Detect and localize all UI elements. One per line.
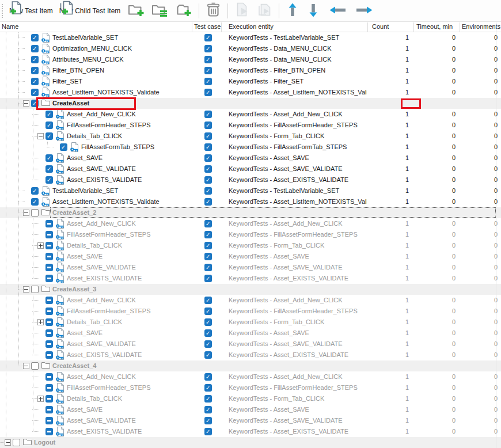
move-left-button[interactable] (328, 5, 348, 17)
column-divider[interactable] (221, 22, 222, 32)
row-fillassetformheader-steps[interactable]: FillAssetFormHeader_STEPSKeywordTests - … (0, 229, 501, 240)
row-asset-save[interactable]: Asset_SAVEKeywordTests - Asset_SAVE100 (0, 153, 501, 164)
expand-icon[interactable] (37, 242, 44, 249)
column-header-name[interactable]: Name (2, 23, 18, 30)
collapse-icon[interactable] (37, 133, 44, 139)
row-asset-add-new-click[interactable]: Asset_Add_New_CLICKKeywordTests - Asset_… (0, 109, 501, 120)
collapse-icon[interactable] (23, 100, 29, 107)
row-checkbox[interactable] (31, 286, 39, 293)
row-checkbox[interactable] (45, 253, 53, 260)
move-right-button[interactable] (354, 5, 374, 17)
row-checkbox[interactable] (45, 220, 53, 227)
collapse-icon[interactable] (23, 286, 29, 293)
testcase-checkbox[interactable] (204, 297, 212, 304)
testcase-checkbox[interactable] (204, 143, 212, 151)
row-asset-add-new-click[interactable]: Asset_Add_New_CLICKKeywordTests - Asset_… (0, 295, 501, 306)
row-checkbox[interactable] (45, 275, 53, 282)
column-header-test-case[interactable]: Test case (194, 23, 221, 30)
testcase-checkbox[interactable] (204, 406, 212, 413)
row-checkbox[interactable] (45, 318, 53, 326)
row-checkbox[interactable] (45, 165, 53, 173)
testcase-checkbox[interactable] (204, 67, 212, 74)
row-checkbox[interactable] (31, 78, 39, 85)
row-checkbox[interactable] (31, 34, 39, 41)
row-filter-btn-open[interactable]: Filter_BTN_OPENKeywordTests - Filter_BTN… (0, 65, 501, 76)
row-checkbox[interactable] (45, 122, 53, 129)
row-asset-save-validate[interactable]: Asset_SAVE_VALIDATEKeywordTests - Asset_… (0, 164, 501, 174)
testcase-checkbox[interactable] (204, 111, 212, 118)
testcase-checkbox[interactable] (204, 340, 212, 348)
expand-icon[interactable] (37, 319, 44, 325)
new-child-test-item-button[interactable]: New Child Test Item (57, 6, 124, 16)
new-group-button[interactable] (126, 2, 146, 20)
row-asset-exists-validate[interactable]: Asset_EXISTS_VALIDATEKeywordTests - Asse… (0, 273, 501, 284)
testcase-checkbox[interactable] (204, 253, 212, 260)
testcase-checkbox[interactable] (204, 428, 212, 435)
row-asset-exists-validate[interactable]: Asset_EXISTS_VALIDATEKeywordTests - Asse… (0, 174, 501, 185)
testcase-checkbox[interactable] (204, 45, 212, 52)
toolbar-grip[interactable] (2, 4, 3, 18)
row-fillassetformheader-steps[interactable]: FillAssetFormHeader_STEPSKeywordTests - … (0, 382, 501, 393)
row-optimization-menu-click[interactable]: Optimization_MENU_CLICKKeywordTests - Da… (0, 43, 501, 54)
new-child-group-button[interactable] (173, 2, 193, 20)
testcase-checkbox[interactable] (204, 132, 212, 140)
testcase-checkbox[interactable] (204, 78, 212, 85)
row-checkbox[interactable] (45, 428, 53, 435)
row-checkbox[interactable] (45, 395, 53, 403)
row-asset-listitem-notexists-validate[interactable]: Asset_ListItem_NOTEXISTS_ValidateKeyword… (0, 87, 501, 98)
testcase-checkbox[interactable] (204, 417, 212, 424)
row-asset-exists-validate[interactable]: Asset_EXISTS_VALIDATEKeywordTests - Asse… (0, 350, 501, 360)
row-checkbox[interactable] (31, 56, 39, 63)
move-up-button[interactable] (287, 2, 298, 20)
column-divider[interactable] (367, 22, 368, 32)
testcase-checkbox[interactable] (204, 220, 212, 227)
row-asset-save-validate[interactable]: Asset_SAVE_VALIDATEKeywordTests - Asset_… (0, 262, 501, 273)
row-testlabelvariable-set[interactable]: TestLabelVariable_SETKeywordTests - Test… (0, 185, 501, 196)
row-checkbox[interactable] (45, 231, 53, 238)
column-header-environments[interactable]: Environments (462, 23, 500, 30)
row-checkbox[interactable] (45, 111, 53, 118)
row-logout[interactable]: Logout (0, 437, 501, 448)
row-attributes-menu-click[interactable]: Attributes_MENU_CLICKKeywordTests - Data… (0, 54, 501, 65)
testcase-checkbox[interactable] (204, 307, 212, 315)
testcase-checkbox[interactable] (204, 395, 212, 403)
collapse-icon[interactable] (23, 210, 29, 216)
row-testlabelvariable-set[interactable]: TestLabelVariable_SETKeywordTests - Test… (0, 32, 501, 43)
row-checkbox[interactable] (45, 406, 53, 413)
row-fillassetformtab-steps[interactable]: FillAssetFormTab_STEPSKeywordTests - Fil… (0, 142, 501, 153)
row-checkbox[interactable] (45, 417, 53, 424)
testcase-checkbox[interactable] (204, 264, 212, 271)
convert-to-group-button[interactable] (150, 2, 170, 20)
testcase-checkbox[interactable] (204, 373, 212, 381)
testcase-checkbox[interactable] (204, 176, 212, 184)
row-checkbox[interactable] (31, 45, 39, 52)
delete-button[interactable] (204, 1, 222, 20)
testcase-checkbox[interactable] (204, 275, 212, 282)
row-details-tab-click[interactable]: Details_Tab_CLICKKeywordTests - Form_Tab… (0, 393, 501, 404)
row-checkbox[interactable] (45, 307, 53, 315)
row-asset-save[interactable]: Asset_SAVEKeywordTests - Asset_SAVE100 (0, 251, 501, 262)
row-filter-set[interactable]: Filter_SETKeywordTests - Filter_SET100 (0, 76, 501, 87)
row-checkbox[interactable] (60, 143, 67, 151)
row-asset-add-new-click[interactable]: Asset_Add_New_CLICKKeywordTests - Asset_… (0, 371, 501, 382)
column-header-count[interactable]: Count (372, 23, 389, 30)
testcase-checkbox[interactable] (204, 154, 212, 162)
row-asset-save[interactable]: Asset_SAVEKeywordTests - Asset_SAVE100 (0, 328, 501, 339)
row-asset-listitem-notexists-validate[interactable]: Asset_ListItem_NOTEXISTS_ValidateKeyword… (0, 196, 501, 207)
expand-icon[interactable] (37, 396, 44, 402)
new-test-item-button[interactable]: New Test Item (7, 6, 57, 16)
row-checkbox[interactable] (45, 242, 53, 249)
row-checkbox[interactable] (45, 154, 53, 162)
column-header-execution-entity[interactable]: Execution entity (229, 23, 274, 30)
row-checkbox[interactable] (45, 384, 53, 392)
collapse-icon[interactable] (23, 363, 29, 369)
testcase-checkbox[interactable] (204, 329, 212, 337)
row-checkbox[interactable] (45, 176, 53, 184)
testcase-checkbox[interactable] (204, 242, 212, 249)
row-createasset-4[interactable]: CreateAsset_4 (0, 360, 501, 371)
row-asset-add-new-click[interactable]: Asset_Add_New_CLICKKeywordTests - Asset_… (0, 218, 501, 229)
testcase-checkbox[interactable] (204, 384, 212, 392)
column-divider[interactable] (496, 22, 496, 32)
testcase-checkbox[interactable] (204, 187, 212, 195)
row-checkbox[interactable] (31, 67, 39, 74)
